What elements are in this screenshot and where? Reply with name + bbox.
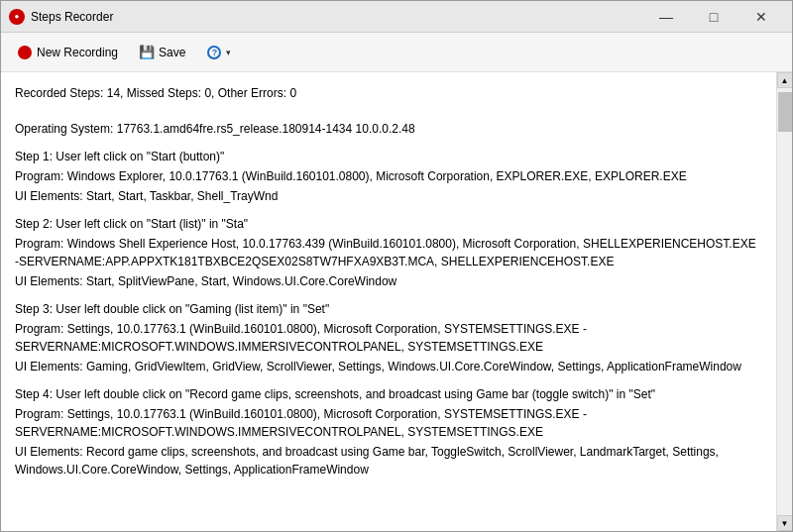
step-2-section: Step 2: User left click on "Start (list)… bbox=[15, 215, 762, 290]
app-icon: ● bbox=[9, 9, 25, 25]
scroll-up-button[interactable]: ▲ bbox=[777, 72, 793, 88]
window-controls: — □ ✕ bbox=[643, 3, 784, 31]
new-recording-label: New Recording bbox=[37, 46, 118, 59]
help-button[interactable]: ? ▾ bbox=[198, 38, 240, 67]
title-bar: ● Steps Recorder — □ ✕ bbox=[1, 1, 792, 33]
save-button[interactable]: 💾 Save bbox=[131, 38, 194, 67]
close-button[interactable]: ✕ bbox=[738, 3, 784, 31]
main-window: ● Steps Recorder — □ ✕ New Recording 💾 S… bbox=[0, 0, 793, 532]
step-4-title: Step 4: User left double click on "Recor… bbox=[15, 385, 762, 403]
new-recording-button[interactable]: New Recording bbox=[9, 38, 127, 67]
step-2-detail1: Program: Windows Shell Experience Host, … bbox=[15, 235, 762, 270]
toolbar: New Recording 💾 Save ? ▾ bbox=[1, 33, 792, 72]
step-1-detail2: UI Elements: Start, Start, Taskbar, Shel… bbox=[15, 187, 762, 205]
scroll-track[interactable] bbox=[778, 88, 792, 515]
window-title: Steps Recorder bbox=[31, 10, 643, 24]
main-content[interactable]: Recorded Steps: 14, Missed Steps: 0, Oth… bbox=[1, 72, 776, 531]
scroll-down-button[interactable]: ▼ bbox=[777, 515, 793, 531]
scroll-thumb[interactable] bbox=[778, 92, 792, 132]
step-4-detail1: Program: Settings, 10.0.17763.1 (WinBuil… bbox=[15, 405, 762, 441]
help-icon: ? bbox=[207, 46, 221, 59]
step-4-section: Step 4: User left double click on "Recor… bbox=[15, 385, 762, 479]
maximize-button[interactable]: □ bbox=[691, 3, 736, 31]
step-4-detail2: UI Elements: Record game clips, screensh… bbox=[15, 443, 762, 479]
step-1-title: Step 1: User left click on "Start (butto… bbox=[15, 148, 762, 165]
step-3-section: Step 3: User left double click on "Gamin… bbox=[15, 300, 762, 375]
step-3-detail1: Program: Settings, 10.0.17763.1 (WinBuil… bbox=[15, 320, 762, 356]
record-dot-icon bbox=[18, 46, 32, 59]
content-area: Recorded Steps: 14, Missed Steps: 0, Oth… bbox=[1, 72, 792, 531]
help-dropdown-arrow: ▾ bbox=[226, 48, 231, 57]
step-1-section: Step 1: User left click on "Start (butto… bbox=[15, 148, 762, 205]
step-3-detail2: UI Elements: Gaming, GridViewItem, GridV… bbox=[15, 358, 762, 375]
vertical-scrollbar[interactable]: ▲ ▼ bbox=[776, 72, 792, 531]
step-3-title: Step 3: User left double click on "Gamin… bbox=[15, 300, 762, 318]
metadata-section: Recorded Steps: 14, Missed Steps: 0, Oth… bbox=[15, 84, 762, 138]
save-icon: 💾 bbox=[140, 46, 154, 59]
minimize-button[interactable]: — bbox=[643, 3, 689, 31]
os-line: Operating System: 17763.1.amd64fre.rs5_r… bbox=[15, 120, 762, 138]
save-label: Save bbox=[159, 46, 185, 59]
step-2-title: Step 2: User left click on "Start (list)… bbox=[15, 215, 762, 233]
step-1-detail1: Program: Windows Explorer, 10.0.17763.1 … bbox=[15, 167, 762, 185]
recorded-steps-line: Recorded Steps: 14, Missed Steps: 0, Oth… bbox=[15, 84, 762, 102]
step-2-detail2: UI Elements: Start, SplitViewPane, Start… bbox=[15, 272, 762, 290]
